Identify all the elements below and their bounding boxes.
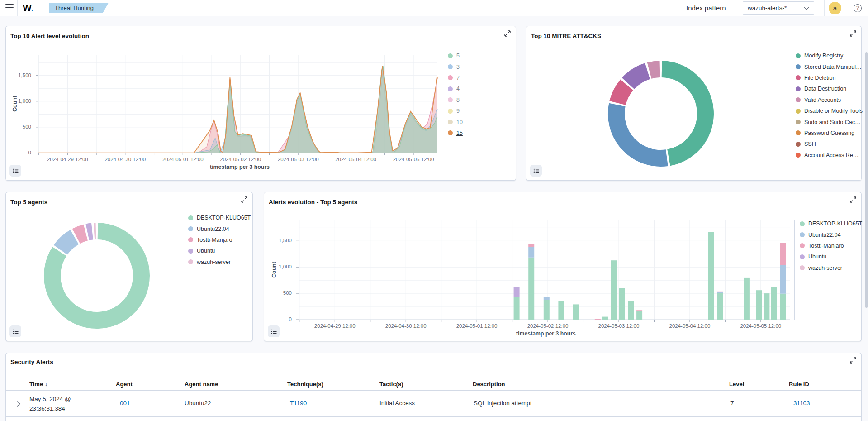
legend-item[interactable]: wazuh-server bbox=[800, 263, 862, 273]
legend-swatch-icon bbox=[188, 237, 193, 242]
agents-donut-chart[interactable] bbox=[43, 221, 151, 330]
legend-item[interactable]: Tostti-Manjaro bbox=[188, 234, 251, 245]
expand-icon[interactable] bbox=[849, 357, 857, 364]
legend-item[interactable]: Ubuntu bbox=[800, 251, 862, 262]
legend-item[interactable]: 15 bbox=[448, 128, 463, 139]
legend-swatch-icon bbox=[448, 86, 453, 91]
y-axis-tick-label: 0 bbox=[272, 316, 292, 322]
panel-title: Alerts evolution - Top 5 agents bbox=[269, 199, 357, 206]
legend-item[interactable]: SSH bbox=[796, 139, 863, 149]
index-pattern-label: Index pattern bbox=[686, 4, 726, 12]
legend-item[interactable]: Account Access Re… bbox=[796, 150, 863, 161]
help-icon[interactable]: ? bbox=[854, 4, 862, 12]
legend-swatch-icon bbox=[796, 75, 801, 80]
legend-item[interactable]: Data Destruction bbox=[796, 83, 863, 94]
expand-row-icon[interactable] bbox=[15, 400, 22, 407]
x-axis-tick-label: 2024-05-03 12:00 bbox=[273, 157, 323, 162]
table-header-row: Time↓ Agent Agent name Technique(s) Tact… bbox=[6, 378, 861, 391]
y-axis-tick-label: 0 bbox=[11, 150, 31, 155]
legend-item[interactable]: DESKTOP-KLUO65T bbox=[800, 218, 862, 229]
legend-label: wazuh-server bbox=[197, 259, 231, 265]
legend-swatch-icon bbox=[796, 97, 801, 102]
agents-legend: DESKTOP-KLUO65TUbuntu22.04Tostti-Manjaro… bbox=[188, 212, 251, 268]
y-axis-tick-label: 500 bbox=[11, 124, 31, 129]
alert-level-area-chart[interactable] bbox=[35, 55, 441, 157]
x-axis-tick-label: 2024-04-29 12:00 bbox=[43, 157, 92, 162]
legend-item[interactable]: DESKTOP-KLUO65T bbox=[188, 212, 251, 223]
expand-icon[interactable] bbox=[504, 30, 511, 37]
x-axis-tick-label: 2024-05-02 12:00 bbox=[216, 157, 266, 162]
legend-swatch-icon bbox=[448, 53, 453, 58]
column-header-level[interactable]: Level bbox=[729, 381, 744, 388]
scrollbar[interactable] bbox=[865, 52, 868, 308]
cell-agent-link[interactable]: 001 bbox=[120, 400, 130, 407]
column-header-agent[interactable]: Agent bbox=[116, 381, 133, 388]
x-axis-tick-label: 2024-04-29 12:00 bbox=[310, 323, 360, 329]
legend-item[interactable]: Password Guessing bbox=[796, 128, 863, 139]
panel-mitre-attacks: Top 10 MITRE ATT&CKS Modify RegistryStor… bbox=[526, 26, 862, 181]
expand-icon[interactable] bbox=[849, 196, 857, 203]
legend-label: Disable or Modify Tools bbox=[804, 108, 863, 114]
panel-title: Top 5 agents bbox=[10, 199, 47, 206]
legend-item[interactable]: Ubuntu bbox=[188, 245, 251, 256]
legend-item[interactable]: 4 bbox=[448, 83, 463, 94]
legend-item[interactable]: Stored Data Manipul… bbox=[796, 61, 863, 72]
legend-item[interactable]: 5 bbox=[448, 50, 463, 61]
legend-swatch-icon bbox=[188, 249, 193, 254]
expand-icon[interactable] bbox=[241, 196, 248, 203]
legend-item[interactable]: Disable or Modify Tools bbox=[796, 105, 863, 116]
wazuh-logo[interactable]: W. bbox=[23, 2, 34, 13]
legend-swatch-icon bbox=[800, 254, 805, 259]
breadcrumb[interactable]: Threat Hunting bbox=[49, 3, 103, 13]
column-header-tactics[interactable]: Tactic(s) bbox=[379, 381, 403, 388]
user-avatar[interactable]: a bbox=[829, 2, 841, 14]
legend-item[interactable]: Tostti-Manjaro bbox=[800, 240, 862, 251]
index-pattern-value: wazuh-alerts-* bbox=[748, 5, 787, 11]
legend-swatch-icon bbox=[796, 130, 801, 135]
index-pattern-select[interactable]: wazuh-alerts-* bbox=[743, 1, 814, 15]
legend-item[interactable]: Ubuntu22.04 bbox=[800, 229, 862, 240]
cell-rule-id-link[interactable]: 31103 bbox=[793, 400, 810, 407]
column-header-rule-id[interactable]: Rule ID bbox=[789, 381, 809, 388]
legend-toggle-button[interactable] bbox=[9, 325, 21, 337]
menu-icon[interactable] bbox=[5, 4, 14, 12]
legend-swatch-icon bbox=[800, 232, 805, 237]
mitre-donut-chart[interactable] bbox=[607, 59, 715, 168]
legend-item[interactable]: 7 bbox=[448, 72, 463, 83]
legend-item[interactable]: 9 bbox=[448, 105, 463, 116]
x-axis-tick-label: 2024-05-04 12:00 bbox=[665, 323, 715, 329]
x-axis-tick-label: 2024-04-30 12:00 bbox=[381, 323, 431, 329]
column-header-time[interactable]: Time↓ bbox=[29, 381, 47, 388]
legend-item[interactable]: wazuh-server bbox=[188, 257, 251, 268]
legend-swatch-icon bbox=[800, 265, 805, 270]
legend-item[interactable]: 8 bbox=[448, 95, 463, 105]
panel-title: Top 10 MITRE ATT&CKS bbox=[531, 33, 601, 39]
x-axis-tick-label: 2024-05-01 12:00 bbox=[158, 157, 208, 162]
legend-swatch-icon bbox=[796, 86, 801, 91]
legend-label: Modify Registry bbox=[804, 53, 843, 59]
x-axis-tick-label: 2024-05-04 12:00 bbox=[331, 157, 381, 162]
legend-label: wazuh-server bbox=[808, 265, 842, 271]
legend-item[interactable]: Modify Registry bbox=[796, 50, 863, 61]
list-icon bbox=[12, 328, 19, 335]
legend-item[interactable]: Sudo and Sudo Cac… bbox=[796, 116, 863, 127]
cell-technique-link[interactable]: T1190 bbox=[290, 400, 307, 407]
legend-item[interactable]: File Deletion bbox=[796, 72, 863, 83]
legend-item[interactable]: 10 bbox=[448, 116, 463, 127]
legend-item[interactable]: Valid Accounts bbox=[796, 95, 863, 105]
column-header-description[interactable]: Description bbox=[473, 381, 505, 388]
legend-label: Data Destruction bbox=[804, 86, 846, 92]
column-header-agent-name[interactable]: Agent name bbox=[185, 381, 218, 388]
legend-item[interactable]: Ubuntu22.04 bbox=[188, 223, 251, 234]
legend-label: Tostti-Manjaro bbox=[808, 243, 844, 249]
legend-label: Ubuntu bbox=[197, 248, 215, 254]
alerts-evolution-bar-chart[interactable] bbox=[295, 220, 794, 324]
legend-swatch-icon bbox=[448, 64, 453, 69]
expand-icon[interactable] bbox=[849, 30, 857, 37]
legend-toggle-button[interactable] bbox=[9, 165, 21, 177]
cell-agent-name: Ubuntu22 bbox=[185, 400, 211, 407]
legend-item[interactable]: 3 bbox=[448, 61, 463, 72]
legend-toggle-button[interactable] bbox=[268, 325, 280, 337]
legend-toggle-button[interactable] bbox=[530, 165, 542, 177]
column-header-techniques[interactable]: Technique(s) bbox=[287, 381, 323, 388]
